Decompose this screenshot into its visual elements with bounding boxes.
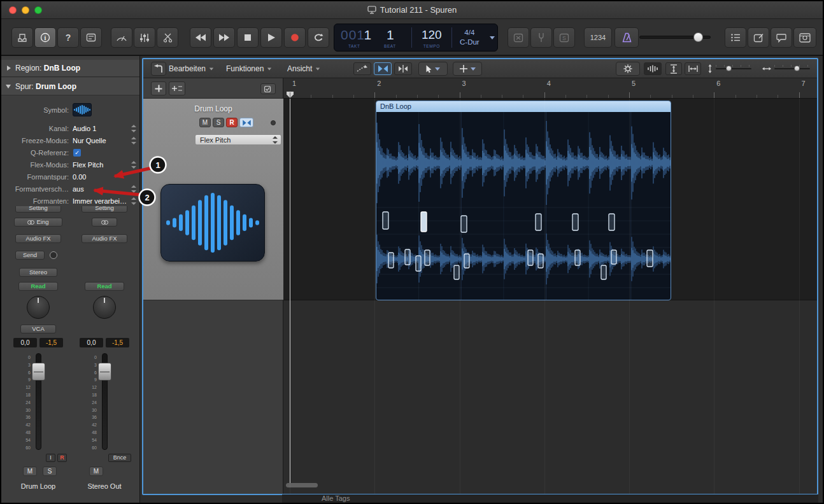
param-stepper-icon[interactable] [131, 185, 137, 193]
channel-setting-button[interactable]: Setting [82, 206, 127, 213]
vertical-zoom-slider[interactable] [707, 64, 751, 74]
pan-value[interactable]: -1,5 [39, 338, 63, 347]
lcd-display[interactable]: 0011 1 TAKT BEAT 120 TEMPO 4/4 C-Dur [334, 24, 498, 52]
fader-cap[interactable] [98, 363, 111, 381]
flex-pitch-note[interactable] [609, 214, 614, 230]
mute-button[interactable]: M [23, 466, 37, 476]
flex-pitch-note[interactable] [405, 249, 410, 265]
bar-ruler[interactable]: 1234567 [283, 78, 817, 99]
param-stepper-icon[interactable] [131, 137, 137, 144]
track-record-button[interactable]: R [226, 118, 238, 127]
send-level-knob[interactable] [50, 251, 57, 259]
flex-pitch-note[interactable] [454, 265, 459, 279]
volume-slider-thumb[interactable] [693, 32, 703, 42]
region-dnb-loop[interactable]: DnB Loop [376, 101, 671, 300]
send-slot[interactable]: Send [15, 251, 45, 260]
track-inspector-header[interactable]: Spur: Drum Loop [1, 78, 139, 95]
lcd-signature-key[interactable]: 4/4 C-Dur [452, 24, 488, 51]
metronome-button[interactable] [614, 27, 639, 48]
rewind-button[interactable] [190, 27, 211, 48]
channel-format-button[interactable] [92, 218, 117, 227]
mute-button[interactable]: M [89, 466, 103, 476]
toolbar-options-button[interactable] [80, 27, 102, 48]
param-value[interactable]: Immer verarbei… [73, 195, 127, 207]
flex-pitch-note[interactable] [416, 256, 421, 271]
media-browser-button[interactable] [793, 27, 816, 48]
list-editors-button[interactable] [725, 27, 746, 48]
library-button[interactable] [11, 27, 33, 48]
cycle-button[interactable] [308, 27, 329, 48]
zoom-slider-thumb[interactable] [726, 66, 732, 71]
param-stepper-icon[interactable] [131, 161, 137, 169]
track-image[interactable] [160, 184, 265, 262]
secondary-tool-menu[interactable] [453, 62, 482, 76]
flex-pitch-note[interactable] [464, 254, 469, 268]
flex-pitch-note[interactable] [383, 212, 388, 229]
lcd-tempo[interactable]: 120 TEMPO [412, 24, 451, 51]
param-value[interactable]: Flex Pitch [73, 158, 103, 171]
param-value[interactable]: aus [73, 183, 84, 195]
flex-pitch-note[interactable] [572, 214, 578, 230]
pan-knob[interactable] [93, 296, 116, 319]
param-value[interactable]: Audio 1 [73, 122, 96, 134]
volume-fader[interactable] [36, 353, 41, 450]
duplicate-track-button[interactable] [169, 81, 185, 95]
add-track-button[interactable] [151, 81, 166, 95]
flex-pitch-note[interactable] [425, 250, 430, 265]
flex-pitch-note[interactable] [388, 253, 394, 268]
quick-help-button[interactable]: ? [57, 27, 79, 48]
automation-toggle-button[interactable] [353, 62, 371, 75]
automation-mode-button[interactable]: Read [18, 282, 58, 291]
track-header-options-button[interactable] [260, 83, 276, 94]
horizontal-zoom-slider[interactable] [762, 64, 810, 74]
record-button[interactable] [284, 27, 306, 48]
editors-button[interactable] [157, 27, 178, 48]
chat-button[interactable] [771, 27, 792, 48]
menu-funktionen[interactable]: Funktionen [222, 62, 276, 76]
audio-fx-slot[interactable]: Audio FX [15, 234, 61, 243]
smart-controls-button[interactable] [111, 27, 132, 48]
param-stepper-icon[interactable] [131, 125, 137, 132]
master-volume-slider[interactable] [639, 36, 711, 39]
flex-pitch-note[interactable] [647, 250, 653, 267]
replace-toggle-button[interactable] [508, 27, 529, 48]
track-lanes[interactable]: DnB Loop [283, 99, 817, 494]
flex-pitch-note-selected[interactable] [421, 212, 427, 232]
record-enable-button[interactable]: R [57, 454, 67, 462]
automation-mode-button[interactable]: Read [85, 282, 124, 291]
track-solo-button[interactable]: S [213, 118, 224, 127]
tuner-button[interactable] [530, 27, 552, 48]
solo-mode-button[interactable]: S [553, 27, 575, 48]
note-pads-button[interactable] [748, 27, 769, 48]
flex-pitch-note[interactable] [528, 250, 533, 265]
volume-value[interactable]: 0,0 [80, 338, 103, 347]
channel-setting-button[interactable]: Setting [15, 206, 61, 213]
volume-value[interactable]: 0,0 [13, 338, 37, 347]
param-value[interactable]: 0.00 [73, 171, 86, 183]
region-name[interactable]: DnB Loop [376, 101, 671, 112]
param-value[interactable]: Nur Quelle [73, 134, 106, 146]
flex-pitch-note[interactable] [538, 254, 543, 268]
primary-tool-menu[interactable] [418, 62, 448, 76]
flex-pitch-note[interactable] [575, 250, 580, 265]
vca-group-button[interactable]: VCA [20, 325, 56, 333]
stop-button[interactable] [237, 27, 259, 48]
track-zoom-settings-menu[interactable] [616, 62, 640, 76]
flex-pitch-note[interactable] [461, 216, 467, 232]
zoom-slider-thumb[interactable] [794, 66, 800, 71]
menu-bearbeiten[interactable]: Bearbeiten [165, 62, 218, 76]
audio-fx-slot[interactable]: Audio FX [82, 234, 127, 243]
horizontal-scrollbar-thumb[interactable] [286, 483, 318, 487]
split-tool-button[interactable] [394, 62, 412, 75]
region-inspector-header[interactable]: Region: DnB Loop [1, 60, 139, 77]
param-stepper-icon[interactable] [131, 197, 137, 205]
q-reference-checkbox[interactable]: ✓ [73, 149, 81, 157]
region-waveform-area[interactable] [376, 112, 671, 300]
track-mute-button[interactable]: M [199, 118, 211, 127]
output-button[interactable]: Stereo [19, 268, 57, 277]
solo-button[interactable]: S [43, 466, 57, 476]
menu-ansicht[interactable]: Ansicht [283, 62, 324, 76]
input-monitor-dot[interactable] [271, 120, 276, 125]
track-flex-button[interactable] [239, 118, 253, 127]
play-button[interactable] [260, 27, 282, 48]
